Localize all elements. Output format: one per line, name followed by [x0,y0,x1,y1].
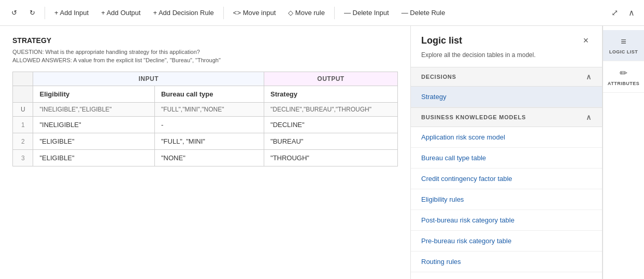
row-num-3: 3 [13,150,33,166]
delete-input-button[interactable]: — Delete Input [339,6,394,20]
strategy-allowed-answers: ALLOWED ANSWERS: A value from the explic… [12,57,398,63]
add-input-button[interactable]: + Add Input [49,6,94,20]
undo-icon: ↺ [11,9,17,17]
move-input-label: <> Move input [233,9,276,17]
bkm-header-label: BUSINESS KNOWLEDGE MODELS [421,114,526,120]
table-row[interactable]: 2 "ELIGIBLE" "FULL", "MINI" "BUREAU" [13,133,398,150]
sidebar-item-logic-list[interactable]: ≡ LOGIC LIST [603,30,644,61]
row-2-eligibility[interactable]: "ELIGIBLE" [33,133,155,150]
delete-input-label: — Delete Input [344,9,389,17]
row-2-strategy[interactable]: "BUREAU" [264,133,398,150]
u-annotation: U [13,103,33,117]
separator-2 [223,7,224,19]
bkm-item-routing-rules[interactable]: Routing rules [411,252,602,272]
row-num-2: 2 [13,133,33,150]
row-1-bureau-call-type[interactable]: - [154,117,264,133]
row-3-bureau-call-type[interactable]: "NONE" [154,150,264,166]
sidebar: ≡ LOGIC LIST ✏ ATTRIBUTES [603,26,644,279]
decisions-section-header[interactable]: DECISIONS ∧ [411,67,602,87]
move-input-button[interactable]: <> Move input [228,6,281,20]
add-input-label: + Add Input [54,9,89,17]
row-3-eligibility[interactable]: "ELIGIBLE" [33,150,155,166]
toolbar-right: ⤢ ∧ [608,5,638,21]
separator-1 [45,7,45,19]
bkm-item-bureau-call-type-table[interactable]: Bureau call type table [411,148,602,169]
close-icon: × [583,35,589,46]
row-num-1: 1 [13,117,33,133]
input-header: INPUT [33,72,264,86]
bkm-item-application-risk-score-model[interactable]: Application risk score model [411,127,602,148]
add-output-label: + Add Output [101,9,140,17]
collapse-icon: ∧ [628,8,635,17]
pencil-icon: ✏ [620,67,627,79]
logic-list-header: Logic list × [411,26,602,51]
annotation-bureau-call-type: "FULL","MINI","NONE" [154,103,264,117]
toolbar: ↺ ↻ + Add Input + Add Output + Add Decis… [0,0,644,26]
bkm-section-header[interactable]: BUSINESS KNOWLEDGE MODELS ∧ [411,107,602,127]
u-label [13,86,33,103]
row-3-strategy[interactable]: "THROUGH" [264,150,398,166]
logic-list-subtitle: Explore all the decision tables in a mod… [411,51,602,67]
move-rule-label: ◇ Move rule [288,9,325,17]
decision-table: INPUT OUTPUT Eligibility Bureau call typ… [12,72,398,166]
move-rule-button[interactable]: ◇ Move rule [283,6,330,20]
close-button[interactable]: × [580,34,592,47]
separator-3 [334,7,335,19]
decisions-chevron-icon: ∧ [586,73,592,81]
bkm-list: Application risk score model Bureau call… [411,127,602,272]
sidebar-attributes-label: ATTRIBUTES [608,81,639,86]
delete-rule-button[interactable]: — Delete Rule [396,6,451,20]
sidebar-logic-list-label: LOGIC LIST [609,49,638,54]
row-2-bureau-call-type[interactable]: "FULL", "MINI" [154,133,264,150]
collapse-button[interactable]: ∧ [625,5,638,21]
row-1-eligibility[interactable]: "INELIGIBLE" [33,117,155,133]
sidebar-item-attributes[interactable]: ✏ ATTRIBUTES [603,61,644,93]
strategy-title: STRATEGY [12,36,398,45]
redo-icon: ↻ [30,9,35,17]
list-icon: ≡ [621,36,626,47]
logic-list-panel: Logic list × Explore all the decision ta… [411,26,603,279]
add-output-button[interactable]: + Add Output [96,6,146,20]
table-row[interactable]: 1 "INELIGIBLE" - "DECLINE" [13,117,398,133]
annotation-strategy: "DECLINE","BUREAU","THROUGH" [264,103,398,117]
left-panel: STRATEGY QUESTION: What is the appropria… [0,26,411,279]
add-decision-rule-button[interactable]: + Add Decision Rule [148,6,219,20]
table-row[interactable]: 3 "ELIGIBLE" "NONE" "THROUGH" [13,150,398,166]
table-header-row: INPUT OUTPUT [13,72,398,86]
decision-item-strategy[interactable]: Strategy [411,87,602,107]
expand-button[interactable]: ⤢ [608,5,621,21]
decisions-header-label: DECISIONS [421,74,456,80]
undo-button[interactable]: ↺ [6,6,22,20]
strategy-question: QUESTION: What is the appropriate handli… [12,49,398,55]
logic-list-title: Logic list [421,35,462,46]
col-bureau-call-type: Bureau call type [154,86,264,103]
bkm-item-pre-bureau-risk-category-table[interactable]: Pre-bureau risk category table [411,231,602,252]
bkm-item-eligibility-rules[interactable]: Eligibility rules [411,189,602,210]
decision-table-wrapper: INPUT OUTPUT Eligibility Bureau call typ… [12,72,398,166]
add-decision-rule-label: + Add Decision Rule [153,9,213,17]
col-eligibility: Eligibility [33,86,155,103]
annotation-eligibility: "INELIGIBLE","ELIGIBLE" [33,103,155,117]
table-subheader-row: Eligibility Bureau call type Strategy [13,86,398,103]
delete-rule-label: — Delete Rule [402,9,446,17]
main-content: STRATEGY QUESTION: What is the appropria… [0,26,644,279]
annotation-row: U "INELIGIBLE","ELIGIBLE" "FULL","MINI",… [13,103,398,117]
redo-button[interactable]: ↻ [24,6,40,20]
col-strategy: Strategy [264,86,398,103]
row-1-strategy[interactable]: "DECLINE" [264,117,398,133]
expand-icon: ⤢ [611,8,618,17]
bkm-item-credit-contingency-factor-table[interactable]: Credit contingency factor table [411,169,602,189]
bkm-item-post-bureau-risk-category-table[interactable]: Post-bureau risk category table [411,210,602,231]
decisions-list: Strategy [411,87,602,107]
bkm-chevron-icon: ∧ [586,113,592,121]
output-header: OUTPUT [264,72,398,86]
